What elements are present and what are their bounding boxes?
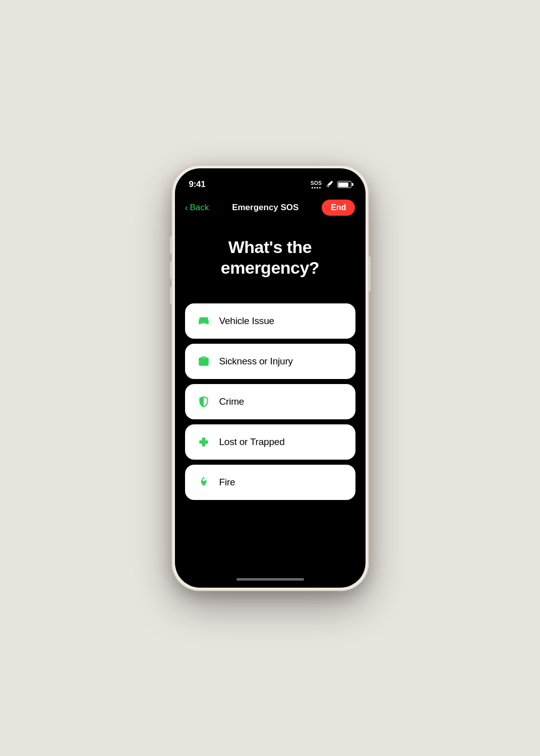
- sos-dot-1: [312, 187, 313, 188]
- battery-fill: [338, 182, 348, 187]
- dynamic-island: [240, 173, 301, 191]
- lost-label: Lost or Trapped: [219, 436, 285, 448]
- back-label: Back: [190, 203, 209, 213]
- svg-point-0: [331, 181, 332, 182]
- medical-kit-icon: [196, 354, 211, 369]
- nav-bar: ‹ Back Emergency SOS End: [175, 194, 366, 222]
- end-button[interactable]: End: [322, 200, 355, 216]
- status-time: 9:41: [189, 179, 206, 190]
- sos-dot-4: [319, 187, 321, 188]
- flame-icon: [196, 475, 211, 490]
- option-vehicle[interactable]: Vehicle Issue: [185, 303, 355, 339]
- shield-icon: [196, 394, 211, 409]
- sickness-label: Sickness or Injury: [219, 356, 293, 367]
- home-indicator: [175, 571, 366, 588]
- fire-label: Fire: [219, 477, 235, 488]
- sos-indicator: SOS: [311, 180, 322, 188]
- option-sickness[interactable]: Sickness or Injury: [185, 344, 355, 379]
- phone-screen: 9:41 SOS: [175, 168, 366, 588]
- main-content: What's the emergency? Vehicle Issue: [175, 222, 366, 571]
- crime-label: Crime: [219, 396, 245, 407]
- home-bar: [236, 578, 304, 581]
- phone-device: 9:41 SOS: [172, 165, 369, 591]
- status-right: SOS: [311, 179, 351, 190]
- car-icon: [196, 313, 211, 329]
- option-fire[interactable]: Fire: [185, 465, 355, 500]
- vehicle-label: Vehicle Issue: [219, 316, 274, 327]
- sos-dots: [312, 187, 321, 188]
- options-list: Vehicle Issue Sickness or Injury: [185, 303, 355, 500]
- battery-icon: [337, 181, 351, 188]
- cross-icon: [196, 434, 211, 450]
- back-chevron-icon: ‹: [185, 203, 188, 212]
- option-crime[interactable]: Crime: [185, 384, 355, 419]
- sos-dot-2: [314, 187, 316, 188]
- sos-text: SOS: [311, 180, 322, 186]
- sos-dot-3: [317, 187, 318, 188]
- emergency-question: What's the emergency?: [185, 237, 355, 278]
- satellite-icon: [325, 179, 334, 190]
- option-lost[interactable]: Lost or Trapped: [185, 424, 355, 460]
- back-button[interactable]: ‹ Back: [185, 203, 209, 213]
- nav-title: Emergency SOS: [232, 203, 298, 213]
